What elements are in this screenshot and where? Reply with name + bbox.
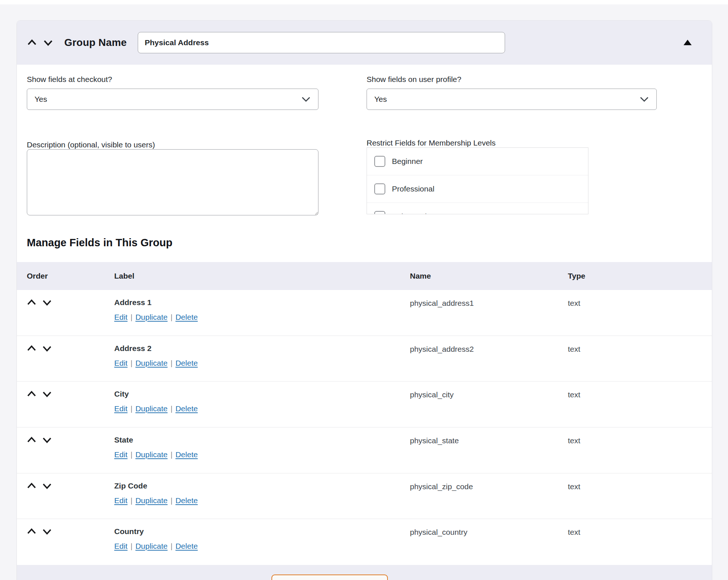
separator: | <box>170 542 172 550</box>
membership-level-label: Enhanced <box>392 212 427 214</box>
membership-levels-list[interactable]: Beginner Professional Enhanced <box>367 147 588 214</box>
delete-link[interactable]: Delete <box>176 496 198 505</box>
row-order-controls <box>27 345 52 352</box>
field-label: State <box>114 436 133 444</box>
field-name: physical_address1 <box>410 299 474 308</box>
separator: | <box>170 450 172 459</box>
checkout-select-value: Yes <box>35 95 301 104</box>
move-group-down-icon[interactable] <box>43 39 53 47</box>
chevron-down-icon <box>639 96 649 102</box>
membership-level-option[interactable]: Enhanced <box>367 203 588 214</box>
move-field-up-icon[interactable] <box>27 482 36 490</box>
page-top-strip <box>0 0 728 4</box>
checkout-label: Show fields at checkout? <box>27 75 112 84</box>
manage-fields-title: Manage Fields in This Group <box>27 237 172 249</box>
duplicate-link[interactable]: Duplicate <box>136 542 168 550</box>
field-label: Address 1 <box>114 298 152 307</box>
move-field-up-icon[interactable] <box>27 345 36 352</box>
table-row-city: City Edit|Duplicate|Delete physical_city… <box>17 382 712 427</box>
table-row-address2: Address 2 Edit|Duplicate|Delete physical… <box>17 336 712 382</box>
row-actions: Edit|Duplicate|Delete <box>114 542 198 551</box>
add-field-button[interactable] <box>271 574 388 580</box>
edit-link[interactable]: Edit <box>114 404 127 413</box>
checkbox-enhanced[interactable] <box>374 211 385 214</box>
row-order-controls <box>27 436 52 444</box>
checkbox-beginner[interactable] <box>374 156 385 167</box>
edit-link[interactable]: Edit <box>114 542 127 550</box>
duplicate-link[interactable]: Duplicate <box>136 359 168 367</box>
move-field-down-icon[interactable] <box>42 345 52 352</box>
move-field-down-icon[interactable] <box>42 436 52 444</box>
row-order-controls <box>27 390 52 398</box>
separator: | <box>130 496 132 505</box>
group-name-input[interactable] <box>138 32 505 53</box>
checkout-select[interactable]: Yes <box>27 89 318 110</box>
separator: | <box>170 404 172 413</box>
field-name: physical_address2 <box>410 345 474 354</box>
move-field-down-icon[interactable] <box>42 390 52 398</box>
move-field-up-icon[interactable] <box>27 299 36 306</box>
row-actions: Edit|Duplicate|Delete <box>114 450 198 459</box>
membership-level-option[interactable]: Beginner <box>367 148 588 175</box>
move-group-up-icon[interactable] <box>27 39 37 47</box>
separator: | <box>170 313 172 321</box>
column-header-order: Order <box>27 262 48 290</box>
triangle-up-icon <box>683 39 692 46</box>
duplicate-link[interactable]: Duplicate <box>136 496 168 505</box>
delete-link[interactable]: Delete <box>176 359 198 367</box>
field-name: physical_zip_code <box>410 482 473 491</box>
membership-level-label: Professional <box>392 185 435 193</box>
field-type: text <box>568 482 580 491</box>
row-order-controls <box>27 482 52 490</box>
move-field-down-icon[interactable] <box>42 299 52 306</box>
group-order-controls <box>27 39 53 47</box>
field-label: Country <box>114 527 144 536</box>
group-header: Group Name <box>17 21 712 65</box>
edit-link[interactable]: Edit <box>114 359 127 367</box>
duplicate-link[interactable]: Duplicate <box>136 404 168 413</box>
edit-link[interactable]: Edit <box>114 313 127 321</box>
fields-table-footer <box>17 565 712 580</box>
column-header-type: Type <box>568 262 585 290</box>
field-group-panel: Group Name Show fields at checkout? Yes … <box>17 20 712 580</box>
edit-link[interactable]: Edit <box>114 450 127 459</box>
membership-level-label: Beginner <box>392 157 423 166</box>
membership-level-option[interactable]: Professional <box>367 175 588 203</box>
separator: | <box>170 359 172 367</box>
table-row-zip-code: Zip Code Edit|Duplicate|Delete physical_… <box>17 473 712 519</box>
separator: | <box>130 359 132 367</box>
delete-link[interactable]: Delete <box>176 542 198 550</box>
edit-link[interactable]: Edit <box>114 496 127 505</box>
delete-link[interactable]: Delete <box>176 450 198 459</box>
duplicate-link[interactable]: Duplicate <box>136 450 168 459</box>
move-field-up-icon[interactable] <box>27 390 36 398</box>
field-type: text <box>568 299 580 308</box>
table-row-country: Country Edit|Duplicate|Delete physical_c… <box>17 519 712 565</box>
field-name: physical_state <box>410 436 459 445</box>
row-actions: Edit|Duplicate|Delete <box>114 313 198 322</box>
row-actions: Edit|Duplicate|Delete <box>114 404 198 413</box>
profile-select-value: Yes <box>374 95 639 104</box>
profile-label: Show fields on user profile? <box>367 75 461 84</box>
checkbox-professional[interactable] <box>374 183 385 194</box>
field-type: text <box>568 390 580 399</box>
fields-table-header: Order Label Name Type <box>17 262 712 290</box>
description-textarea[interactable] <box>27 149 318 215</box>
separator: | <box>170 496 172 505</box>
move-field-down-icon[interactable] <box>42 482 52 490</box>
separator: | <box>130 404 132 413</box>
move-field-up-icon[interactable] <box>27 436 36 444</box>
column-header-label: Label <box>114 262 134 290</box>
fields-table-body: Address 1 Edit|Duplicate|Delete physical… <box>17 290 712 565</box>
collapse-toggle-button[interactable] <box>682 37 693 48</box>
move-field-down-icon[interactable] <box>42 528 52 535</box>
field-label: Zip Code <box>114 481 147 490</box>
profile-select[interactable]: Yes <box>367 89 657 110</box>
duplicate-link[interactable]: Duplicate <box>136 313 168 321</box>
delete-link[interactable]: Delete <box>176 404 198 413</box>
move-field-up-icon[interactable] <box>27 528 36 535</box>
delete-link[interactable]: Delete <box>176 313 198 321</box>
field-label: Address 2 <box>114 344 152 353</box>
field-label: City <box>114 390 129 398</box>
table-row-state: State Edit|Duplicate|Delete physical_sta… <box>17 427 712 473</box>
